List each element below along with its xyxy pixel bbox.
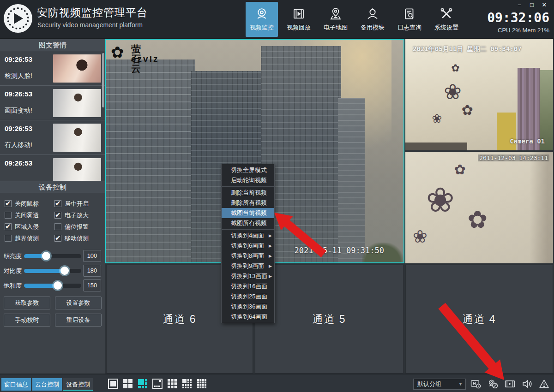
webcam-icon bbox=[255, 7, 269, 21]
alert-scrollbar[interactable] bbox=[102, 53, 104, 107]
saturation-value: 150 bbox=[83, 279, 101, 291]
nav-backup-module[interactable]: 备用模块 bbox=[356, 2, 389, 37]
menu-delete-current[interactable]: 删除当前视频 bbox=[222, 188, 274, 198]
menu-switch-25[interactable]: 切换到25画面 bbox=[222, 291, 274, 302]
menu-switch-16[interactable]: 切换到16画面 bbox=[222, 281, 274, 291]
manual-time-sync-button[interactable]: 手动校时 bbox=[4, 314, 50, 327]
worker-icon bbox=[366, 7, 379, 21]
layout-1-icon[interactable] bbox=[108, 379, 118, 389]
ezviz-logo-icon: ✿ bbox=[111, 44, 124, 60]
brightness-thumb[interactable] bbox=[42, 252, 50, 260]
contrast-slider-row: 对比度 180 bbox=[0, 263, 105, 278]
video-channel-top-right[interactable]: 2021年05月11日 星期二 09:34:07 Camera 01 bbox=[405, 39, 553, 150]
checkbox-cross-line[interactable]: 越界侦测 bbox=[0, 234, 50, 243]
menu-start-polling[interactable]: 启动轮询视频 bbox=[222, 175, 274, 185]
cpu-mem-status: CPU 2% Mem 21% bbox=[498, 27, 549, 34]
alert-item[interactable]: 09:26:53 bbox=[0, 155, 105, 181]
channel-label: 通道 5 bbox=[312, 312, 346, 327]
sidebar-tabs: 窗口信息 云台控制 设备控制 bbox=[1, 378, 93, 391]
alert-thumbnail[interactable] bbox=[53, 89, 101, 117]
nav-video-playback[interactable]: 视频回放 bbox=[283, 2, 315, 37]
video-channel-5[interactable]: 通道 5 bbox=[255, 265, 403, 374]
alert-item[interactable]: 09:26:53 检测人脸! bbox=[0, 51, 105, 86]
saturation-track[interactable] bbox=[24, 284, 81, 288]
saturation-thumb[interactable] bbox=[54, 281, 62, 290]
brightness-track[interactable] bbox=[24, 254, 81, 258]
nav-video-monitor[interactable]: 视频监控 bbox=[246, 2, 278, 37]
menu-switch-13[interactable]: 切换到13画面▶ bbox=[222, 271, 274, 281]
map-pin-icon bbox=[329, 7, 343, 21]
wall-video-feed bbox=[405, 152, 553, 263]
menu-snapshot-current[interactable]: 截图当前视频 bbox=[222, 208, 274, 218]
saturation-slider-row: 饱和度 150 bbox=[0, 278, 105, 293]
checkbox-defog-off[interactable]: 关闭雾透 bbox=[0, 211, 50, 220]
log-search-icon bbox=[403, 7, 416, 21]
get-params-button[interactable]: 获取参数 bbox=[4, 297, 50, 309]
alert-thumbnail[interactable] bbox=[53, 124, 101, 152]
device-buttons: 获取参数 设置参数 手动校时 重启设备 bbox=[0, 293, 105, 327]
layout-13-icon[interactable] bbox=[182, 379, 192, 389]
menu-separator bbox=[222, 229, 274, 230]
close-button[interactable]: ✕ bbox=[540, 1, 548, 9]
checkbox-center-open[interactable]: ✔ 居中开启 bbox=[50, 200, 100, 208]
menu-switch-64[interactable]: 切换到64画面 bbox=[222, 312, 274, 322]
menu-switch-4[interactable]: 切换到4画面▶ bbox=[222, 231, 274, 241]
contrast-track[interactable] bbox=[24, 269, 81, 273]
checkbox-icon: ✔ bbox=[54, 200, 61, 207]
tab-ptz-control[interactable]: 云台控制 bbox=[32, 378, 62, 391]
checkbox-digital-zoom[interactable]: ✔ 电子放大 bbox=[50, 211, 100, 220]
video-channel-bottom-right[interactable]: 2011-12-03 14:23:11 bbox=[405, 152, 553, 263]
nav-emap[interactable]: 电子地图 bbox=[319, 2, 352, 37]
alert-label: 检测人脸! bbox=[5, 72, 32, 80]
brightness-value: 100 bbox=[83, 250, 101, 262]
channel-label: 通道 6 bbox=[163, 312, 196, 327]
nav-system-settings[interactable]: 系统设置 bbox=[430, 2, 463, 37]
nav-log-query[interactable]: 日志查询 bbox=[393, 2, 426, 37]
checkbox-area-intrusion[interactable]: ✔ 区域入侵 bbox=[0, 223, 50, 231]
alert-item[interactable]: 09:26:53 有人移动! bbox=[0, 120, 105, 155]
checkbox-icon: ✔ bbox=[5, 223, 12, 230]
contrast-thumb[interactable] bbox=[60, 267, 69, 275]
menu-switch-36[interactable]: 切换到36画面 bbox=[222, 302, 274, 312]
menu-snapshot-all[interactable]: 截图所有视频 bbox=[222, 218, 274, 228]
camera-disable-icon[interactable] bbox=[487, 378, 499, 390]
checkbox-icon: ✔ bbox=[54, 212, 61, 219]
decode-mode-icon[interactable] bbox=[470, 378, 482, 390]
layout-6-icon-active[interactable] bbox=[138, 379, 148, 389]
group-select-dropdown[interactable]: 默认分组 ▼ bbox=[413, 379, 466, 390]
tools-icon bbox=[440, 7, 453, 21]
layout-4-icon[interactable] bbox=[123, 379, 133, 389]
reboot-device-button[interactable]: 重启设备 bbox=[55, 314, 102, 327]
menu-delete-all[interactable]: 删除所有视频 bbox=[222, 198, 274, 208]
checkbox-motion-detect[interactable]: ✔ 移动侦测 bbox=[50, 234, 100, 243]
video-channel-4[interactable]: 通道 4 bbox=[405, 265, 553, 374]
minimize-button[interactable]: − bbox=[515, 1, 524, 9]
record-video-icon[interactable] bbox=[504, 378, 516, 390]
menu-switch-9[interactable]: 切换到9画面▶ bbox=[222, 261, 274, 271]
checkbox-icon bbox=[5, 212, 12, 219]
layout-16-icon[interactable] bbox=[197, 379, 207, 389]
alert-list: 09:26:53 检测人脸! 09:26:53 画面变动! 09:26:53 有… bbox=[0, 51, 105, 181]
alert-item[interactable]: 09:26:53 画面变动! bbox=[0, 86, 105, 120]
camera-label: Camera 01 bbox=[510, 137, 545, 145]
menu-switch-8[interactable]: 切换到8画面▶ bbox=[222, 251, 274, 261]
layout-8-icon[interactable] bbox=[152, 379, 163, 389]
menu-switch-6[interactable]: 切换到6画面▶ bbox=[222, 241, 274, 251]
layout-9-icon[interactable] bbox=[167, 379, 177, 389]
tab-device-control[interactable]: 设备控制 bbox=[63, 378, 93, 391]
alert-thumbnail[interactable] bbox=[53, 158, 101, 181]
alarm-warning-icon[interactable] bbox=[538, 378, 550, 390]
volume-icon[interactable] bbox=[521, 378, 533, 390]
main-nav: 视频监控 视频回放 电子地图 bbox=[246, 0, 467, 39]
chevron-down-icon: ▼ bbox=[458, 379, 463, 389]
alert-label: 画面变动! bbox=[5, 107, 32, 115]
set-params-button[interactable]: 设置参数 bbox=[55, 297, 102, 309]
checkbox-close-mouse[interactable]: ✔ 关闭鼠标 bbox=[0, 200, 50, 208]
tab-window-info[interactable]: 窗口信息 bbox=[1, 378, 31, 391]
app-logo-icon bbox=[4, 4, 32, 33]
menu-fullscreen-mode[interactable]: 切换全屏模式 bbox=[222, 165, 274, 175]
video-context-menu: 切换全屏模式 启动轮询视频 删除当前视频 删除所有视频 截图当前视频 截图所有视… bbox=[221, 164, 275, 323]
checkbox-offset-alarm[interactable]: 偏位报警 bbox=[50, 223, 100, 231]
maximize-button[interactable]: □ bbox=[528, 1, 536, 9]
alert-thumbnail[interactable] bbox=[53, 54, 101, 83]
